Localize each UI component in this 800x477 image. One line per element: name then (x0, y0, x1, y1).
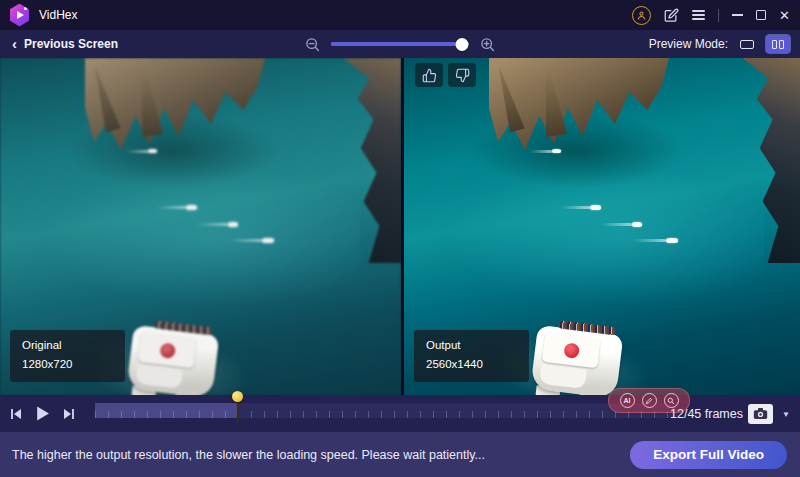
vidhex-logo-icon (9, 4, 30, 27)
back-label: Previous Screen (24, 37, 118, 51)
small-boat (148, 149, 157, 153)
boat-wake (561, 206, 590, 209)
output-label: Output (426, 336, 517, 356)
boat-wake (601, 223, 632, 226)
previous-screen-button[interactable]: ‹ Previous Screen (12, 30, 118, 58)
catamaran (517, 310, 639, 395)
rate-output-group (415, 63, 476, 87)
boat-wake (197, 223, 228, 226)
boat-wake (229, 239, 262, 242)
app-title: VidHex (39, 8, 77, 22)
playhead[interactable] (237, 394, 239, 422)
small-boat (262, 238, 274, 243)
boat-wake (126, 150, 148, 153)
feedback-icon[interactable] (664, 8, 679, 23)
menu-icon[interactable] (692, 10, 705, 20)
original-resolution: 1280x720 (22, 355, 113, 375)
water-highlight (40, 168, 360, 308)
maximize-button[interactable] (756, 10, 766, 20)
pencil-tool-icon[interactable] (642, 393, 657, 408)
boat-wake (530, 150, 552, 153)
water-highlight (444, 168, 764, 308)
preview-mode-label: Preview Mode: (649, 37, 728, 51)
titlebar-controls: ✕ (632, 0, 790, 30)
catamaran (113, 310, 235, 395)
playback-bar: AI 12/45 frames ▼ (0, 395, 800, 432)
small-boat (632, 222, 642, 227)
account-icon[interactable] (632, 6, 651, 25)
zoom-slider[interactable] (331, 42, 469, 46)
frame-counter: 12/45 frames (670, 407, 743, 421)
ai-tool-icon[interactable]: AI (620, 393, 635, 408)
split-view-icon (772, 40, 777, 49)
close-button[interactable]: ✕ (779, 9, 790, 22)
secondary-toolbar: ‹ Previous Screen Preview Mode: (0, 30, 800, 58)
output-resolution: 2560x1440 (426, 355, 517, 375)
next-frame-button[interactable] (62, 407, 76, 421)
thumbs-up-button[interactable] (415, 63, 443, 87)
snapshot-button[interactable] (748, 404, 773, 424)
status-bar: The higher the output resolution, the sl… (0, 432, 800, 477)
roof-red-logo (159, 342, 176, 359)
zoom-controls (304, 30, 496, 58)
comparison-viewer: Original 1280x720 (0, 58, 800, 395)
original-label: Original (22, 336, 113, 356)
thumbs-down-button[interactable] (448, 63, 476, 87)
original-video-panel: Original 1280x720 (0, 58, 401, 395)
titlebar-separator (718, 9, 719, 22)
title-bar: VidHex ✕ (0, 0, 800, 30)
single-view-icon (740, 40, 754, 49)
app-window: VidHex ✕ ‹ Previous Screen (0, 0, 800, 477)
app-logo: VidHex (0, 4, 77, 27)
thumbs-down-icon (455, 68, 470, 83)
small-boat (228, 222, 238, 227)
previous-frame-button[interactable] (9, 407, 23, 421)
preview-split-button[interactable] (766, 35, 790, 53)
output-video-panel: Output 2560x1440 (404, 58, 800, 395)
minimize-button[interactable] (732, 14, 743, 16)
preview-single-button[interactable] (735, 35, 759, 53)
preview-mode-group: Preview Mode: (649, 30, 790, 58)
status-message: The higher the output resolution, the sl… (12, 448, 485, 462)
snapshot-dropdown-caret[interactable]: ▼ (782, 409, 790, 418)
play-button[interactable] (34, 405, 51, 422)
zoom-out-icon[interactable] (304, 36, 321, 53)
output-label-box: Output 2560x1440 (414, 330, 529, 382)
frame-ticks (95, 411, 678, 418)
small-boat (186, 205, 197, 210)
zoom-slider-thumb[interactable] (456, 38, 469, 51)
roof-red-logo (563, 342, 580, 359)
small-boat (590, 205, 601, 210)
boat-wake (633, 239, 666, 242)
small-boat (666, 238, 678, 243)
back-chevron-icon: ‹ (12, 37, 17, 51)
transport-controls (9, 395, 76, 432)
zoom-slider-fill (331, 42, 462, 46)
small-boat (552, 149, 561, 153)
zoom-in-icon[interactable] (479, 36, 496, 53)
timeline[interactable] (95, 403, 678, 418)
camera-icon (753, 407, 768, 420)
original-label-box: Original 1280x720 (10, 330, 125, 382)
thumbs-up-icon (422, 68, 437, 83)
export-full-video-button[interactable]: Export Full Video (630, 441, 787, 469)
boat-wake (157, 206, 186, 209)
